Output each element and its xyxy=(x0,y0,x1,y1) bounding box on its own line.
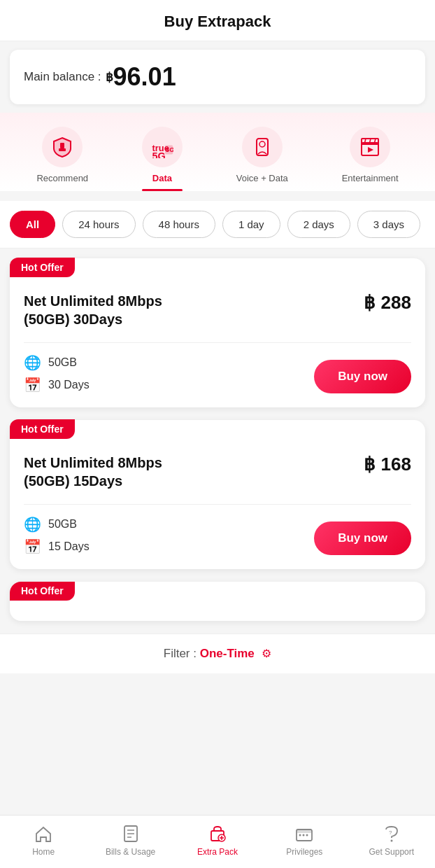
balance-bar: Main balance : ฿ 96.01 xyxy=(10,50,425,104)
data-amount-2: 50GB xyxy=(48,518,77,531)
nav-bills-label: Bills & Usage xyxy=(106,847,155,857)
filter-prefix: Filter : xyxy=(164,647,200,660)
plan-price-1: ฿ 288 xyxy=(364,292,411,314)
offer-card-2: Hot Offer Net Unlimited 8Mbps (50GB) 15D… xyxy=(10,420,425,569)
chip-2days[interactable]: 2 days xyxy=(287,211,350,238)
card-1-bottom: 🌐 50GB 📅 30 Days Buy now xyxy=(24,354,411,393)
svg-point-25 xyxy=(306,834,308,836)
balance-amount: 96.01 xyxy=(113,62,176,92)
card-2-top: Net Unlimited 8Mbps (50GB) 15Days ฿ 168 xyxy=(24,454,411,490)
5g-icon: true 5G 5G xyxy=(151,136,173,158)
days-detail-1: 📅 30 Days xyxy=(24,377,90,393)
card-1-top: Net Unlimited 8Mbps (50GB) 30Days ฿ 288 xyxy=(24,292,411,328)
svg-point-24 xyxy=(303,834,305,836)
bottom-nav: Home Bills & Usage Extra Pack Privilege xyxy=(0,815,435,868)
privileges-icon xyxy=(294,824,314,844)
voice-data-icon-bg xyxy=(242,127,283,167)
extra-pack-icon xyxy=(208,824,227,844)
plan-name-2: Net Unlimited 8Mbps (50GB) 15Days xyxy=(24,454,206,490)
filter-icon: ⚙ xyxy=(262,648,271,659)
offer-card-3-partial: Hot Offer xyxy=(10,582,425,621)
chip-48h[interactable]: 48 hours xyxy=(143,211,215,238)
hot-offer-badge-3: Hot Offer xyxy=(10,582,75,601)
tab-voice-data[interactable]: Voice + Data xyxy=(236,127,288,191)
globe-icon-2: 🌐 xyxy=(24,516,41,533)
card-2-body: Net Unlimited 8Mbps (50GB) 15Days ฿ 168 … xyxy=(10,420,425,569)
entertainment-icon-bg xyxy=(350,127,390,167)
nav-extra-pack[interactable]: Extra Pack xyxy=(190,824,245,857)
hot-offer-badge-2: Hot Offer xyxy=(10,419,75,439)
chip-1day[interactable]: 1 day xyxy=(222,211,280,238)
chip-24h[interactable]: 24 hours xyxy=(62,211,135,238)
cards-container: Hot Offer Net Unlimited 8Mbps (50GB) 30D… xyxy=(0,248,435,631)
data-detail-2: 🌐 50GB xyxy=(24,516,90,533)
nav-extra-pack-label: Extra Pack xyxy=(197,847,238,857)
category-section: Recommend true 5G 5G Data xyxy=(0,113,435,191)
svg-text:5G: 5G xyxy=(166,146,173,153)
plan-details-2: 🌐 50GB 📅 15 Days xyxy=(24,516,90,555)
nav-privileges[interactable]: Privileges xyxy=(276,824,332,857)
balance-label: Main balance : xyxy=(24,70,101,84)
bills-icon xyxy=(121,824,141,844)
globe-icon-1: 🌐 xyxy=(24,354,41,371)
card-1-divider xyxy=(24,342,411,343)
card-2-divider xyxy=(24,504,411,505)
tab-data-label: Data xyxy=(152,173,172,183)
buy-button-1[interactable]: Buy now xyxy=(314,360,411,393)
chip-3days[interactable]: 3 days xyxy=(357,211,420,238)
tab-data[interactable]: true 5G 5G Data xyxy=(142,127,183,191)
days-amount-1: 30 Days xyxy=(48,379,90,391)
svg-rect-26 xyxy=(297,830,312,833)
svg-marker-13 xyxy=(368,147,373,153)
tab-recommend-label: Recommend xyxy=(36,173,88,183)
plan-name-1: Net Unlimited 8Mbps (50GB) 30Days xyxy=(24,292,206,328)
page-header: Buy Extrapack xyxy=(0,0,435,41)
svg-text:5G: 5G xyxy=(152,150,166,158)
filter-row: All 24 hours 48 hours 1 day 2 days 3 day… xyxy=(0,201,435,248)
svg-rect-1 xyxy=(59,148,66,151)
support-icon: ? xyxy=(382,824,401,844)
phone-data-icon xyxy=(251,136,273,158)
filter-bar[interactable]: Filter : One-Time ⚙ xyxy=(0,634,435,673)
chip-all[interactable]: All xyxy=(10,211,55,238)
svg-rect-0 xyxy=(60,143,64,148)
card-1-body: Net Unlimited 8Mbps (50GB) 30Days ฿ 288 … xyxy=(10,258,425,407)
tab-data-underline xyxy=(142,189,183,191)
buy-button-2[interactable]: Buy now xyxy=(314,522,411,555)
5g-icon-bg: true 5G 5G xyxy=(142,127,183,167)
svg-text:?: ? xyxy=(389,830,392,836)
svg-point-27 xyxy=(390,840,392,842)
data-amount-1: 50GB xyxy=(48,356,77,369)
clapper-icon xyxy=(359,136,381,158)
page-title: Buy Extrapack xyxy=(164,13,271,30)
nav-home[interactable]: Home xyxy=(15,824,71,857)
days-amount-2: 15 Days xyxy=(48,540,90,553)
card-2-bottom: 🌐 50GB 📅 15 Days Buy now xyxy=(24,516,411,555)
nav-privileges-label: Privileges xyxy=(286,847,322,857)
home-icon xyxy=(34,824,53,844)
plan-details-1: 🌐 50GB 📅 30 Days xyxy=(24,354,90,393)
category-tabs: Recommend true 5G 5G Data xyxy=(10,127,425,191)
svg-point-23 xyxy=(299,834,301,836)
calendar-icon-1: 📅 xyxy=(24,377,41,393)
tab-entertainment[interactable]: Entertainment xyxy=(342,127,399,191)
tab-recommend[interactable]: Recommend xyxy=(36,127,88,191)
svg-point-7 xyxy=(259,141,265,147)
data-detail-1: 🌐 50GB xyxy=(24,354,90,371)
tab-voice-data-label: Voice + Data xyxy=(236,173,288,183)
nav-support-label: Get Support xyxy=(369,847,414,857)
days-detail-2: 📅 15 Days xyxy=(24,538,90,555)
bottom-padding xyxy=(0,673,435,729)
recommend-icon-bg xyxy=(42,127,83,167)
filter-value: One-Time xyxy=(200,647,255,660)
offer-card-1: Hot Offer Net Unlimited 8Mbps (50GB) 30D… xyxy=(10,258,425,407)
nav-home-label: Home xyxy=(32,847,55,857)
balance-currency: ฿ xyxy=(106,70,113,85)
shield-icon xyxy=(51,136,73,158)
nav-bills[interactable]: Bills & Usage xyxy=(103,824,159,857)
hot-offer-badge-1: Hot Offer xyxy=(10,258,75,277)
tab-entertainment-label: Entertainment xyxy=(342,173,399,183)
plan-price-2: ฿ 168 xyxy=(364,454,411,475)
nav-support[interactable]: ? Get Support xyxy=(364,824,420,857)
calendar-icon-2: 📅 xyxy=(24,538,41,555)
